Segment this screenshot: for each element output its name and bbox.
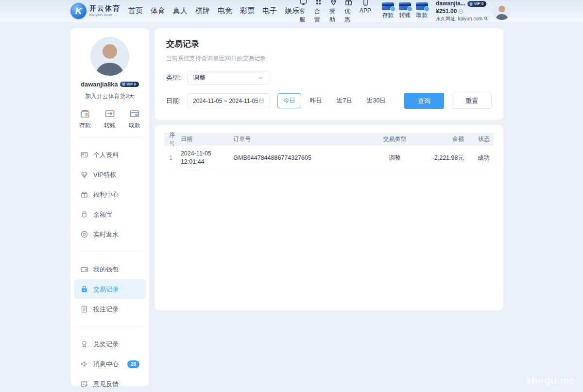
cell-date: 2024-11-0512:01:44 bbox=[181, 150, 233, 166]
sidebar-item[interactable]: 我的钱包 bbox=[74, 259, 146, 279]
sidebar-item[interactable]: 福利中心 bbox=[74, 185, 146, 205]
header-wallet-action[interactable]: 转账 bbox=[399, 2, 411, 19]
refresh-balance-icon[interactable] bbox=[458, 9, 463, 14]
column-header: 订单号 bbox=[233, 135, 368, 143]
nav-item[interactable]: 彩票 bbox=[240, 6, 255, 16]
query-button[interactable]: 查询 bbox=[404, 93, 444, 109]
id-card-icon bbox=[80, 151, 88, 159]
sidebar-item[interactable]: 投注记录 bbox=[74, 299, 146, 319]
range-button[interactable]: 今日 bbox=[277, 93, 301, 108]
sidebar-menu: 个人资料VIP特权福利中心余额宝实时返水我的钱包交易记录投注记录兑奖记录消息中心… bbox=[70, 144, 149, 392]
username[interactable]: dawanjia... bbox=[436, 0, 465, 8]
range-button[interactable]: 昨日 bbox=[304, 93, 328, 108]
shield-icon bbox=[121, 82, 126, 86]
app-icon bbox=[361, 0, 370, 6]
profile-avatar[interactable] bbox=[90, 37, 129, 76]
reset-button[interactable]: 重置 bbox=[452, 93, 492, 109]
profile-username: dawanjia8ka bbox=[81, 81, 118, 88]
header-tool[interactable]: 客服 bbox=[299, 0, 308, 24]
transfer-icon bbox=[104, 108, 116, 119]
user-block: dawanjia... VIP 0 ¥251.00 永久网址: kaiyun.c… bbox=[436, 0, 488, 21]
table-row: 1 2024-11-0512:01:44 GMB6447844886774327… bbox=[164, 146, 494, 170]
wallet-icon bbox=[80, 265, 88, 273]
logo-title: 开云体育 bbox=[89, 5, 120, 12]
search-icon[interactable] bbox=[483, 16, 488, 21]
nav-item[interactable]: 电竞 bbox=[218, 6, 232, 16]
cell-index: 1 bbox=[164, 154, 181, 161]
quick-action[interactable]: 取款 bbox=[129, 108, 140, 130]
quick-range-buttons: 今日昨日近7日近30日 bbox=[277, 93, 392, 108]
calendar-icon bbox=[258, 98, 265, 104]
permanent-url: 永久网址: kaiyun.com bbox=[436, 16, 482, 22]
message-icon bbox=[80, 360, 88, 368]
sidebar-item[interactable]: 个人资料 bbox=[74, 145, 146, 165]
header-wallet-action[interactable]: 存款 bbox=[382, 2, 394, 19]
sidebar-item[interactable]: 兑奖记录 bbox=[74, 334, 146, 354]
feedback-icon bbox=[80, 380, 88, 388]
nav-item[interactable]: 棋牌 bbox=[195, 6, 210, 16]
sidebar-item[interactable]: 意见反馈 bbox=[74, 374, 146, 392]
type-select[interactable]: 调整 bbox=[188, 71, 269, 85]
logo[interactable]: K 开云体育 Kaiyun.com bbox=[70, 3, 120, 19]
prize-icon bbox=[80, 340, 88, 348]
profile-vip-badge: VIP 0 bbox=[120, 82, 139, 87]
sidebar-item[interactable]: 实时返水 bbox=[74, 224, 146, 244]
sidebar-item[interactable]: 交易记录 bbox=[74, 279, 146, 299]
column-header: 序号 bbox=[164, 131, 181, 148]
range-button[interactable]: 近7日 bbox=[331, 93, 358, 108]
service-icon bbox=[299, 0, 308, 6]
sidebar-item[interactable]: 消息中心20 bbox=[74, 354, 146, 374]
column-header: 交易类型 bbox=[368, 135, 421, 143]
joined-days: 加入开云体育第2天 bbox=[70, 92, 149, 101]
nav-item[interactable]: 娱乐 bbox=[285, 6, 299, 16]
watermark: shequ.me bbox=[526, 375, 575, 386]
logo-icon: K bbox=[70, 3, 86, 19]
chevron-down-icon bbox=[257, 75, 264, 81]
sidebar-item[interactable]: 余额宝 bbox=[74, 205, 146, 224]
main-content: 交易记录 当前系统支持查询最近30日的交易记录 类型: 调整 日期: 2024-… bbox=[154, 28, 503, 386]
header-wallet-action[interactable]: 取款 bbox=[416, 2, 428, 19]
vip-icon bbox=[80, 170, 88, 179]
vip-badge: VIP 0 bbox=[467, 1, 486, 7]
filter-card: 交易记录 当前系统支持查询最近30日的交易记录 类型: 调整 日期: 2024-… bbox=[154, 28, 503, 120]
transaction-icon-active bbox=[80, 285, 88, 293]
column-header: 金额 bbox=[421, 135, 464, 143]
header-tool[interactable]: APP bbox=[360, 0, 371, 24]
quick-action[interactable]: 转账 bbox=[104, 108, 116, 130]
cell-status: 成功 bbox=[464, 154, 494, 162]
column-header: 日期 bbox=[181, 135, 233, 143]
sidebar: dawanjia8ka VIP 0 加入开云体育第2天 存款转账取款 个人资料V… bbox=[70, 28, 149, 386]
sidebar-quick-actions: 存款转账取款 bbox=[70, 101, 149, 131]
divider bbox=[77, 137, 142, 137]
shield-icon bbox=[469, 2, 473, 6]
balance: ¥251.00 bbox=[436, 8, 457, 16]
table-card: 序号日期订单号交易类型金额状态 1 2024-11-0512:01:44 GMB… bbox=[154, 125, 503, 310]
sidebar-item[interactable]: VIP特权 bbox=[74, 165, 146, 185]
nav-item[interactable]: 真人 bbox=[173, 6, 188, 16]
divider bbox=[77, 252, 142, 252]
deposit-card-icon bbox=[382, 2, 394, 10]
sponsor-icon bbox=[329, 0, 338, 6]
unread-badge: 20 bbox=[127, 360, 139, 368]
header-wallet-tools: 存款转账取款 bbox=[382, 2, 428, 19]
quick-action[interactable]: 存款 bbox=[79, 108, 91, 130]
range-button[interactable]: 近30日 bbox=[361, 93, 392, 108]
welfare-icon bbox=[80, 190, 88, 199]
type-label: 类型: bbox=[166, 73, 188, 82]
nav-item[interactable]: 首页 bbox=[128, 6, 143, 16]
cell-amount: -2,221.98元 bbox=[421, 154, 464, 162]
logo-subtitle: Kaiyun.com bbox=[89, 13, 120, 17]
nav-item[interactable]: 体育 bbox=[151, 6, 165, 16]
avatar[interactable] bbox=[493, 2, 511, 20]
header-tool[interactable]: 合营 bbox=[314, 0, 323, 24]
column-header: 状态 bbox=[464, 135, 494, 143]
deposit-icon bbox=[79, 108, 91, 119]
divider bbox=[77, 326, 142, 327]
page-title: 交易记录 bbox=[166, 38, 492, 50]
date-range-input[interactable]: 2024-11-05 ~ 2024-11-05 bbox=[188, 93, 270, 108]
header-tool[interactable]: 赞助 bbox=[329, 0, 338, 24]
main-nav: 首页体育真人棋牌电竞彩票电子娱乐 bbox=[128, 6, 299, 16]
header-tool[interactable]: 优惠 bbox=[344, 0, 353, 24]
yuebao-icon bbox=[80, 210, 88, 219]
nav-item[interactable]: 电子 bbox=[262, 6, 277, 16]
